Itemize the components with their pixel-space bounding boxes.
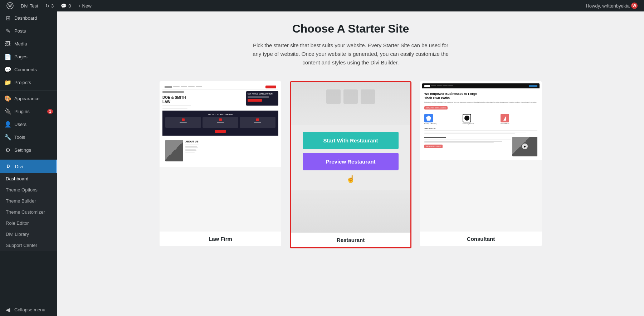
- preview-restaurant-button[interactable]: Preview Restaurant: [303, 153, 398, 170]
- sidebar-label-support-center: Support Center: [6, 243, 53, 248]
- consultant-preview-content: We Empower Businesses to ForgeTheir Own …: [420, 81, 542, 160]
- sidebar-label-settings: Settings: [14, 147, 53, 153]
- sidebar-item-comments[interactable]: 💬 Comments: [0, 63, 57, 76]
- updates-icon: ↻: [45, 3, 49, 9]
- con-about-line-1: [424, 130, 537, 131]
- sidebar-item-media[interactable]: 🖼 Media: [0, 37, 57, 50]
- sidebar-item-tools[interactable]: 🔧 Tools: [0, 131, 57, 144]
- con-nav-btn: [529, 85, 537, 87]
- user-avatar-bubble[interactable]: W: [631, 3, 638, 9]
- sidebar-item-users[interactable]: 👤 Users: [0, 118, 57, 131]
- con-nav-link-2: [437, 86, 442, 86]
- sidebar-item-divi-dashboard[interactable]: Dashboard: [0, 173, 57, 184]
- con-about-title: ABOUT US: [424, 127, 537, 130]
- con-hero-text: We Empower Businesses to ForgeTheir Own …: [422, 88, 540, 105]
- sidebar-label-theme-options: Theme Options: [6, 187, 53, 193]
- con-growth-label: Growth & Team: [501, 123, 537, 125]
- law-nav-logo: [165, 86, 172, 88]
- collapse-menu-button[interactable]: ◀ Collapse menu: [0, 303, 57, 316]
- con-growth-icon: [501, 114, 509, 122]
- con-branding-icon: [424, 114, 433, 122]
- admin-bar-left: W Divi Test ↻ 3 💬 0 + New: [3, 0, 586, 11]
- law-firm-card[interactable]: DOE & SMITHLAW GET A FREE CONSULTATION: [160, 81, 281, 246]
- sidebar-item-divi[interactable]: D Divi: [0, 160, 57, 173]
- restaurant-card[interactable]: Start With Restaurant Preview Restaurant…: [290, 81, 411, 248]
- sidebar-item-theme-customizer[interactable]: Theme Customizer: [0, 206, 57, 218]
- svg-text:W: W: [8, 4, 12, 8]
- wp-logo-item[interactable]: W: [3, 0, 17, 11]
- sidebar-item-theme-options[interactable]: Theme Options: [0, 184, 57, 195]
- law-input-bar2: [248, 97, 269, 98]
- law-firm-name: Law Firm: [160, 232, 281, 246]
- consultant-card[interactable]: We Empower Businesses to ForgeTheir Own …: [420, 81, 542, 246]
- howdy-text: Howdy, writtenbyekta: [586, 3, 630, 9]
- restaurant-shape-3: [361, 89, 375, 104]
- cursor-hand-icon: ☝: [346, 175, 355, 183]
- sidebar-item-pages[interactable]: 📄 Pages: [0, 50, 57, 63]
- restaurant-preview: Start With Restaurant Preview Restaurant…: [291, 82, 410, 233]
- con-hero-sub: Unleashing the full potential of your bu…: [424, 101, 537, 103]
- comments-item[interactable]: 💬 0: [57, 0, 74, 11]
- restaurant-buttons: Start With Restaurant Preview Restaurant…: [291, 132, 410, 183]
- sidebar-item-plugins[interactable]: 🔌 Plugins 1: [0, 105, 57, 118]
- cards-grid: DOE & SMITHLAW GET A FREE CONSULTATION: [154, 81, 547, 248]
- wp-logo-icon: W: [6, 2, 14, 9]
- site-name-item[interactable]: Divi Test: [17, 0, 42, 11]
- law-nav-link-1: [173, 86, 180, 87]
- law-dark-section: WE GOT YOU COVERED: [162, 111, 278, 136]
- consultant-name: Consultant: [420, 232, 542, 246]
- page-title: Choose A Starter Site: [292, 22, 409, 35]
- settings-icon: ⚙: [4, 147, 11, 154]
- sidebar-item-posts[interactable]: ✎ Posts: [0, 24, 57, 37]
- sidebar-item-dashboard[interactable]: ⊞ Dashboard: [0, 11, 57, 24]
- sidebar-item-theme-builder[interactable]: Theme Builder: [0, 195, 57, 206]
- posts-icon: ✎: [4, 28, 11, 34]
- con-play-icon: ▶: [522, 144, 528, 149]
- law-mini-card-3: [240, 117, 275, 128]
- law-nav-link-3: [188, 86, 195, 87]
- law-hero-text: DOE & SMITHLAW: [162, 91, 245, 109]
- new-item[interactable]: + New: [74, 0, 95, 11]
- dashboard-icon: ⊞: [4, 15, 11, 21]
- site-name: Divi Test: [21, 3, 38, 9]
- con-community-icon: [463, 114, 471, 122]
- law-nav-btn: [265, 86, 276, 88]
- law-hero: DOE & SMITHLAW GET A FREE CONSULTATION: [162, 91, 278, 109]
- law-desc-bar2: [162, 108, 187, 108]
- law-nav-link-2: [181, 86, 187, 87]
- law-hero-img-col: GET A FREE CONSULTATION: [246, 91, 278, 109]
- new-label: + New: [78, 3, 91, 9]
- sidebar-item-settings[interactable]: ⚙ Settings: [0, 144, 57, 156]
- sidebar-label-dashboard: Dashboard: [14, 15, 53, 21]
- con-recent-label: [424, 137, 446, 138]
- law-nav: [162, 84, 278, 90]
- sidebar-item-projects[interactable]: 📁 Projects: [0, 76, 57, 89]
- law-nav-links: [173, 86, 202, 87]
- mini-icon-2: [219, 118, 222, 121]
- about-line-6: [185, 152, 195, 152]
- start-with-restaurant-button[interactable]: Start With Restaurant: [303, 132, 398, 149]
- restaurant-bottom-blur: [291, 190, 410, 233]
- plugins-icon: 🔌: [4, 108, 11, 115]
- law-firm-preview: DOE & SMITHLAW GET A FREE CONSULTATION: [160, 81, 281, 232]
- con-service-growth: Growth & Team: [501, 114, 537, 125]
- sidebar-label-tools: Tools: [14, 135, 53, 140]
- admin-bar: W Divi Test ↻ 3 💬 0 + New Howdy, written…: [0, 0, 644, 11]
- updates-item[interactable]: ↻ 3: [42, 0, 57, 11]
- sidebar-label-plugins: Plugins: [14, 109, 44, 114]
- con-service-row: Branding & Marketing Community & Social: [422, 112, 540, 126]
- law-desc-bar1: [162, 106, 191, 106]
- sidebar-item-role-editor[interactable]: Role Editor: [0, 218, 57, 229]
- restaurant-shape-2: [343, 89, 358, 104]
- sidebar-item-appearance[interactable]: 🎨 Appearance: [0, 92, 57, 105]
- mini-bar-3: [254, 122, 261, 123]
- divi-submenu: Dashboard Theme Options Theme Builder Th…: [0, 173, 57, 251]
- law-subtitle-bar: [162, 91, 184, 93]
- media-icon: 🖼: [4, 40, 11, 47]
- law-see-all-btn: [215, 130, 226, 133]
- collapse-menu: ◀ Collapse menu: [0, 303, 57, 316]
- sidebar-label-posts: Posts: [14, 28, 53, 34]
- sidebar-item-support-center[interactable]: Support Center: [0, 240, 57, 251]
- sidebar-item-divi-library[interactable]: Divi Library: [0, 229, 57, 240]
- con-about: ABOUT US: [422, 126, 540, 135]
